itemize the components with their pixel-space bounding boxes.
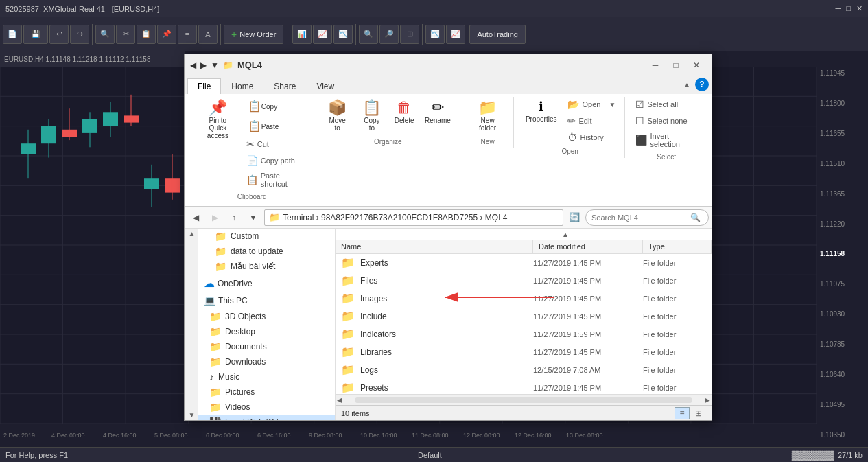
sidebar-scroll-up[interactable]: ▲ — [185, 230, 198, 238]
fe-close-button[interactable]: ✕ — [687, 58, 706, 72]
toolbar-new-btn[interactable]: 📄 — [3, 25, 22, 44]
addr-recent-button[interactable]: ▼ — [245, 209, 261, 226]
sidebar-item-local-disk-c[interactable]: 💾 Local Disk (C:) — [198, 415, 335, 420]
properties-label: Properties — [526, 115, 557, 123]
sidebar-item-downloads[interactable]: 📁 Downloads — [198, 354, 335, 369]
properties-button[interactable]: ℹ Properties — [521, 97, 562, 125]
toolbar-chart2[interactable]: 📈 — [313, 25, 332, 44]
table-row[interactable]: 📁 Libraries 11/27/2019 1:45 PM File fold… — [336, 343, 712, 361]
restore-icon[interactable]: □ — [846, 4, 851, 13]
select-none-button[interactable]: ☐ Select none — [632, 113, 701, 128]
open-button[interactable]: 📂 Open ▼ — [564, 97, 619, 112]
file-type: File folder — [643, 330, 712, 338]
tab-file[interactable]: File — [187, 78, 221, 94]
table-row[interactable]: 📁 Logs 12/15/2019 7:08 AM File folder — [336, 361, 712, 379]
table-row[interactable]: 📁 Include 11/27/2019 1:45 PM File folder — [336, 308, 712, 325]
toolbar-btn10[interactable]: A — [198, 25, 218, 44]
minimize-icon[interactable]: ─ — [836, 4, 841, 13]
sidebar-scroll-down[interactable]: ▼ — [185, 411, 198, 419]
sidebar-item-3dobjects[interactable]: 📁 3D Objects — [198, 309, 335, 324]
fe-maximize-button[interactable]: □ — [666, 58, 685, 72]
details-view-button[interactable]: ≡ — [675, 407, 690, 419]
sidebar-item-data-to-update[interactable]: 📁 data to update — [198, 244, 335, 259]
addr-up-button[interactable]: ↑ — [226, 209, 242, 226]
move-to-button[interactable]: 📦 Move to — [321, 97, 353, 135]
toolbar-btn9[interactable]: ≡ — [178, 25, 197, 44]
edit-label: Edit — [578, 117, 591, 125]
table-row[interactable]: 📁 Presets 11/27/2019 1:45 PM File folder — [336, 379, 712, 394]
fe-help-button[interactable]: ? — [695, 78, 709, 91]
toolbar-btn8[interactable]: 📌 — [157, 25, 176, 44]
toolbar-btn6[interactable]: ✂ — [116, 25, 135, 44]
cut-label: Cut — [257, 140, 269, 148]
tab-view[interactable]: View — [306, 78, 344, 94]
edit-button[interactable]: ✏ Edit — [564, 113, 619, 128]
sidebar-item-mau-bai-viet[interactable]: 📁 Mẫu bài viết — [198, 259, 335, 274]
h-scrollbar[interactable]: ◀ ▶ — [336, 394, 712, 405]
table-row[interactable]: 📁 Indicators 11/27/2019 1:59 PM File fol… — [336, 325, 712, 343]
fe-minimize-button[interactable]: ─ — [646, 58, 665, 72]
new-folder-button[interactable]: 📁 New folder — [467, 97, 508, 135]
sidebar-item-desktop[interactable]: 📁 Desktop — [198, 324, 335, 339]
paste-shortcut-button[interactable]: 📋 Paste shortcut — [243, 170, 308, 190]
sidebar-item-videos[interactable]: 📁 Videos — [198, 400, 335, 415]
price-8: 1.10930 — [820, 310, 865, 318]
addr-refresh-button[interactable]: 🔄 — [566, 209, 583, 226]
search-input[interactable] — [591, 213, 688, 222]
toolbar-btn4[interactable]: ↪ — [70, 25, 89, 44]
sidebar-onedrive[interactable]: ☁ OneDrive — [198, 274, 335, 292]
toolbar-save-btn[interactable]: 💾 — [23, 25, 48, 44]
select-all-button[interactable]: ☑ Select all — [632, 97, 701, 112]
toolbar-period[interactable]: ⊞ — [400, 25, 419, 44]
table-row[interactable]: 📁 Images 11/27/2019 1:45 PM File folder — [336, 290, 712, 308]
history-button[interactable]: ⏱ History — [564, 130, 619, 145]
toolbar-btn7[interactable]: 📋 — [137, 25, 156, 44]
copy-to-button[interactable]: 📋 Copy to — [356, 97, 388, 135]
toolbar-chart1[interactable]: 📊 — [292, 25, 312, 44]
scroll-right-arrow[interactable]: ▶ — [703, 396, 712, 404]
toolbar-zoom-out[interactable]: 🔎 — [379, 25, 399, 44]
tab-home[interactable]: Home — [221, 78, 263, 94]
col-header-type[interactable]: Type — [643, 240, 712, 253]
fe-back-icon: ◀ — [190, 60, 196, 70]
address-bar[interactable]: 📁 Terminal › 98A82F92176B73A2100FCD1F8AB… — [264, 209, 563, 226]
sidebar-item-custom[interactable]: 📁 Custom — [198, 229, 335, 244]
sidebar-thispc[interactable]: 💻 This PC — [198, 292, 335, 309]
sidebar-item-documents[interactable]: 📁 Documents — [198, 339, 335, 354]
sidebar-item-music[interactable]: ♪ Music — [198, 369, 335, 384]
addr-back-button[interactable]: ◀ — [187, 209, 204, 226]
delete-button[interactable]: 🗑 Delete — [390, 97, 419, 128]
large-icons-view-button[interactable]: ⊞ — [691, 407, 706, 419]
scroll-left-arrow[interactable]: ◀ — [336, 396, 344, 404]
toolbar-chart3[interactable]: 📉 — [333, 25, 353, 44]
pin-to-quick-access-button[interactable]: 📌 Pin to Quick access — [196, 97, 240, 143]
file-list-header: Name Date modified Type — [336, 240, 712, 254]
tab-share[interactable]: Share — [263, 78, 306, 94]
scroll-track[interactable] — [355, 397, 692, 403]
copy-button[interactable]: 📋 Copy — [243, 97, 308, 115]
autotrading-button[interactable]: AutoTrading — [469, 25, 526, 44]
table-row[interactable]: 📁 Experts 11/27/2019 1:45 PM File folder — [336, 254, 712, 272]
toolbar-zoom-in[interactable]: 🔍 — [359, 25, 378, 44]
instrument-info-bar: EURUSD,H4 1.11148 1.11218 1.11112 1.1115… — [0, 51, 185, 67]
toolbar-indicator2[interactable]: 📈 — [446, 25, 465, 44]
cut-button[interactable]: ✂ Cut — [243, 137, 308, 152]
toolbar-indicator[interactable]: 📉 — [425, 25, 445, 44]
search-bar[interactable]: 🔍 — [585, 209, 709, 226]
addr-forward-button[interactable]: ▶ — [207, 209, 223, 226]
new-order-button[interactable]: + New Order — [224, 25, 283, 44]
col-header-name[interactable]: Name — [336, 240, 533, 253]
rename-button[interactable]: ✏ Rename — [421, 97, 454, 128]
copy-path-button[interactable]: 📄 Copy path — [243, 153, 308, 168]
sidebar-item-pictures[interactable]: 📁 Pictures — [198, 384, 335, 400]
paste-button[interactable]: 📋 Paste — [243, 117, 308, 135]
close-icon[interactable]: ✕ — [856, 4, 863, 13]
toolbar-btn5[interactable]: 🔍 — [95, 25, 115, 44]
price-5: 1.11365 — [820, 190, 865, 198]
toolbar-btn3[interactable]: ↩ — [49, 25, 69, 44]
table-row[interactable]: 📁 Files 11/27/2019 1:45 PM File folder — [336, 272, 712, 290]
copy-path-label: Copy path — [261, 157, 295, 165]
ribbon-collapse-button[interactable]: ▲ — [681, 79, 692, 90]
col-header-date[interactable]: Date modified — [533, 240, 643, 253]
invert-selection-button[interactable]: ⬛ Invert selection — [632, 130, 701, 150]
